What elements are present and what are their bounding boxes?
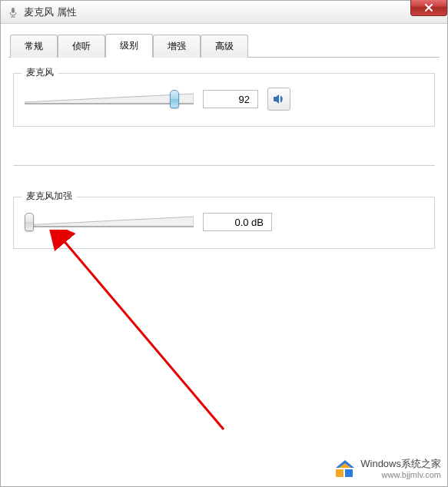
tab-enhance[interactable]: 增强 bbox=[153, 35, 201, 58]
tab-levels[interactable]: 级别 bbox=[105, 34, 153, 58]
close-icon bbox=[424, 3, 433, 12]
watermark-logo-icon bbox=[334, 459, 356, 480]
microphone-icon bbox=[7, 6, 19, 18]
properties-window: 麦克风 属性 常规 侦听 级别 增强 高级 麦克风 92 bbox=[0, 0, 448, 487]
svg-rect-10 bbox=[336, 469, 343, 477]
microphone-boost-value: 0.0 dB bbox=[203, 213, 272, 231]
microphone-slider[interactable] bbox=[25, 88, 194, 110]
svg-marker-5 bbox=[274, 94, 279, 104]
svg-rect-11 bbox=[345, 469, 353, 477]
tab-advanced[interactable]: 高级 bbox=[201, 35, 248, 58]
svg-marker-3 bbox=[25, 94, 194, 104]
speaker-icon bbox=[272, 92, 286, 106]
slider-track-shape bbox=[25, 92, 194, 106]
microphone-group: 麦克风 92 bbox=[13, 73, 435, 127]
microphone-boost-slider-handle[interactable] bbox=[25, 213, 34, 231]
tab-row: 常规 侦听 级别 增强 高级 bbox=[8, 33, 440, 58]
microphone-boost-slider[interactable] bbox=[25, 211, 194, 233]
microphone-value: 92 bbox=[203, 90, 258, 108]
microphone-slider-handle[interactable] bbox=[170, 90, 179, 108]
close-button[interactable] bbox=[410, 0, 447, 16]
microphone-boost-group: 麦克风加强 0.0 dB bbox=[13, 197, 435, 249]
microphone-mute-button[interactable] bbox=[267, 88, 290, 111]
tab-listen[interactable]: 侦听 bbox=[58, 35, 105, 58]
divider bbox=[13, 165, 435, 166]
microphone-label: 麦克风 bbox=[22, 66, 58, 79]
slider-track-shape bbox=[25, 215, 194, 229]
svg-line-9 bbox=[62, 239, 224, 429]
watermark-url: www.bjjmlv.com bbox=[360, 470, 441, 480]
svg-rect-0 bbox=[12, 8, 15, 13]
watermark: Windows系统之家 www.bjjmlv.com bbox=[334, 458, 441, 480]
window-title: 麦克风 属性 bbox=[24, 5, 77, 19]
watermark-brand: Windows系统之家 bbox=[360, 458, 441, 470]
svg-marker-6 bbox=[25, 217, 194, 227]
titlebar: 麦克风 属性 bbox=[1, 1, 447, 24]
microphone-boost-label: 麦克风加强 bbox=[22, 190, 77, 203]
tab-general[interactable]: 常规 bbox=[10, 35, 58, 58]
tab-content-levels: 麦克风 92 bbox=[1, 58, 447, 264]
